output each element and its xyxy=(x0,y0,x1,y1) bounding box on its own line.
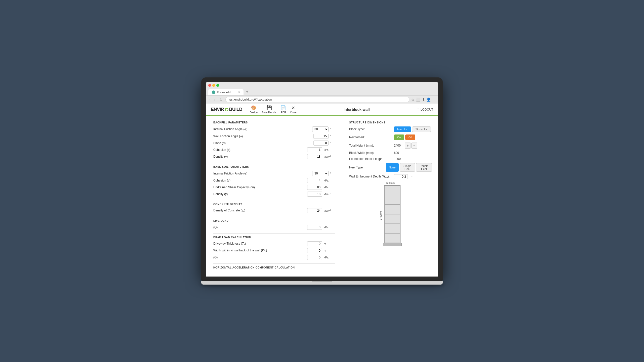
download-button[interactable]: ⬇ xyxy=(422,98,425,102)
live-load-q-input[interactable] xyxy=(307,225,322,230)
dead-load-section: DEAD LOAD CALCULATION Driveway Thickness… xyxy=(213,236,335,260)
wall-base xyxy=(383,243,402,246)
foundation-block-length-value: 1200 xyxy=(394,157,401,161)
app-content: ENVIRBUILD 🎨 Design 💾 Save Results 📄 xyxy=(206,104,438,277)
wall-embedment-label: Wall Embedment Depth (Hem): xyxy=(349,175,392,179)
heel-type-label: Heel Type: xyxy=(349,166,384,169)
width-virtual-back-unit: m xyxy=(324,249,335,252)
laptop-base-bottom xyxy=(201,281,443,285)
wall-friction-angle-input[interactable] xyxy=(313,134,329,139)
internal-friction-angle-base-select[interactable]: 302535 xyxy=(312,171,329,176)
browser-window: Envirobuild × + ‹ › ↻ ☆ ⬜ ⬇ 👤 ⋮ xyxy=(206,82,438,277)
wall-embedment-input[interactable] xyxy=(394,174,408,179)
heel-none-button[interactable]: None xyxy=(386,163,399,172)
block-type-label: Block Type: xyxy=(349,127,392,131)
total-height-value: 2400 xyxy=(394,144,401,147)
app-logo: ENVIRBUILD xyxy=(211,107,242,112)
bookmark-button[interactable]: ☆ xyxy=(411,98,415,102)
total-height-label: Total Height (mm): xyxy=(349,144,392,147)
new-tab-button[interactable]: + xyxy=(244,88,251,95)
g-label: (G) xyxy=(213,256,306,259)
driveway-thickness-unit: m xyxy=(324,242,335,245)
reinforced-row: Reinforced: On Off xyxy=(349,134,432,140)
save-results-toolbar-item[interactable]: 💾 Save Results xyxy=(262,105,276,114)
back-button[interactable]: ‹ xyxy=(208,97,211,102)
browser-chrome: Envirobuild × + xyxy=(206,82,438,96)
wall-friction-angle-row: Wall Friction Angle (δ) ° xyxy=(213,134,335,139)
app-header: ENVIRBUILD 🎨 Design 💾 Save Results 📄 xyxy=(206,104,438,116)
active-tab[interactable]: Envirobuild × xyxy=(208,89,244,95)
width-virtual-back-input[interactable] xyxy=(307,248,322,253)
reinforced-off-button[interactable]: Off xyxy=(405,134,415,140)
slope-unit: ° xyxy=(330,142,335,145)
density-backfill-unit: kN/m3 xyxy=(324,155,335,158)
wall-block-5 xyxy=(384,224,400,233)
laptop-notch xyxy=(312,281,332,282)
g-row: (G) kPa xyxy=(213,255,335,260)
backfill-section-title: BACKFILL PARAMETERS xyxy=(213,121,335,124)
block-width-row: Block Width (mm): 600 xyxy=(349,151,432,155)
diagram-height-label: 2400mm xyxy=(380,211,382,220)
design-toolbar-item[interactable]: 🎨 Design xyxy=(250,105,258,114)
density-backfill-input[interactable] xyxy=(307,154,322,159)
close-toolbar-item[interactable]: ✕ Close xyxy=(290,105,297,114)
cohesion-base-row: Cohesion (c) kPa xyxy=(213,178,335,183)
laptop-base-top xyxy=(201,277,443,281)
reload-button[interactable]: ↻ xyxy=(219,97,223,102)
right-panel: STRUCTURE DIMENSIONS Block Type: Interbl… xyxy=(343,116,438,277)
stonebloc-button[interactable]: Stonebloc xyxy=(412,126,431,132)
wall-blocks-container xyxy=(383,185,402,246)
concrete-density-input[interactable] xyxy=(307,208,322,213)
screen-bezel: Envirobuild × + ‹ › ↻ ☆ ⬜ ⬇ 👤 ⋮ xyxy=(201,77,443,277)
pdf-toolbar-item[interactable]: 📄 PDF xyxy=(280,105,286,114)
live-load-q-label: (Q) xyxy=(213,225,306,229)
cohesion-backfill-input[interactable] xyxy=(307,147,322,152)
driveway-thickness-label: Driveway Thickness (Td) xyxy=(213,242,306,246)
laptop-frame: Envirobuild × + ‹ › ↻ ☆ ⬜ ⬇ 👤 ⋮ xyxy=(201,77,443,285)
density-base-input[interactable] xyxy=(307,192,322,197)
slope-label: Slope (β) xyxy=(213,141,312,145)
internal-friction-angle-backfill-select[interactable]: 302535 xyxy=(312,126,329,132)
wall-block-4 xyxy=(384,214,400,224)
base-soil-section-title: BASE SOIL PARAMETERS xyxy=(213,165,335,168)
design-icon: 🎨 xyxy=(251,105,257,111)
block-type-row: Block Type: Interbloc Stonebloc xyxy=(349,126,432,132)
total-height-decrement-button[interactable]: − xyxy=(411,143,417,149)
page-title: Interblock wall xyxy=(302,107,412,112)
slope-input[interactable] xyxy=(313,141,329,146)
cohesion-base-label: Cohesion (c) xyxy=(213,179,306,182)
reinforced-btn-group: On Off xyxy=(394,134,415,140)
dead-load-section-title: DEAD LOAD CALCULATION xyxy=(213,236,335,239)
heel-double-button[interactable]: Double Heel xyxy=(416,163,432,172)
concrete-density-label: Density of Concrete (γc) xyxy=(213,209,306,213)
width-virtual-back-row: Width within virtual back of the wall (W… xyxy=(213,248,335,253)
g-unit: kPa xyxy=(324,256,335,259)
address-input[interactable] xyxy=(225,97,409,102)
driveway-thickness-input[interactable] xyxy=(307,241,322,246)
logout-button[interactable]: ⬚ LOGOUT xyxy=(417,108,433,111)
block-type-btn-group: Interbloc Stonebloc xyxy=(394,126,431,132)
design-label: Design xyxy=(250,111,258,114)
foundation-block-length-row: Foundation Block Length: 1200 xyxy=(349,157,432,161)
close-window-button[interactable] xyxy=(208,84,211,87)
seismic-section-title: HORIZONTAL ACCELERATION COMPONENT CALCUL… xyxy=(213,266,335,269)
minimize-window-button[interactable] xyxy=(212,84,215,87)
extensions-button[interactable]: ⬜ xyxy=(416,98,420,102)
structure-section-title: STRUCTURE DIMENSIONS xyxy=(349,121,432,124)
profile-button[interactable]: 👤 xyxy=(426,98,431,102)
maximize-window-button[interactable] xyxy=(216,84,219,87)
menu-button[interactable]: ⋮ xyxy=(432,98,436,102)
cohesion-base-input[interactable] xyxy=(307,178,322,183)
tab-close-button[interactable]: × xyxy=(238,90,240,94)
forward-button[interactable]: › xyxy=(213,97,216,102)
internal-friction-angle-base-row: Internal Friction Angle (φ) 302535 ° xyxy=(213,171,335,176)
g-input[interactable] xyxy=(307,255,322,260)
undrained-shear-input[interactable] xyxy=(307,185,322,190)
cohesion-backfill-label: Cohesion (c) xyxy=(213,148,306,152)
heel-single-button[interactable]: Single Heel xyxy=(400,163,415,172)
concrete-section: CONCRETE DENSITY Density of Concrete (γc… xyxy=(213,203,335,213)
reinforced-on-button[interactable]: On xyxy=(394,134,404,140)
undrained-shear-row: Undrained Shear Capacity (cu) kPa xyxy=(213,185,335,190)
interbloc-button[interactable]: Interbloc xyxy=(394,126,411,132)
total-height-increment-button[interactable]: + xyxy=(405,143,411,149)
